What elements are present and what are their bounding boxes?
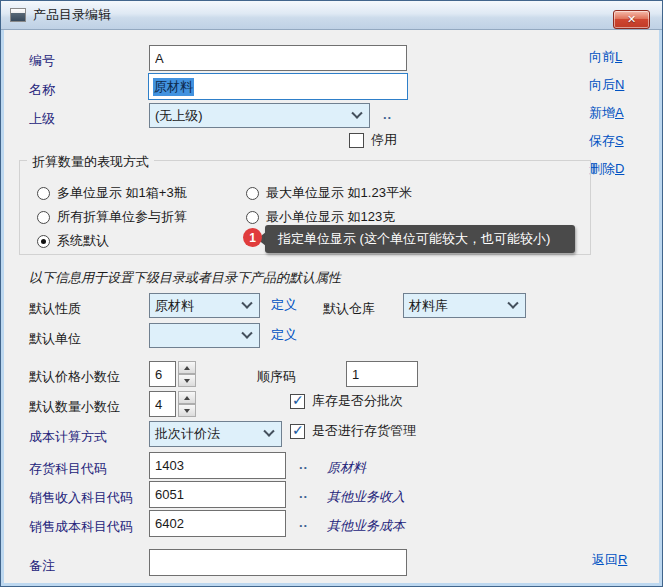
warehouse-select[interactable]: 材料库	[403, 293, 526, 318]
radio-label: 多单位显示 如1箱+3瓶	[57, 184, 187, 202]
name-input[interactable]: 原材料	[148, 73, 408, 100]
radio-circle[interactable]	[246, 211, 259, 224]
batch-checkbox-row[interactable]: 库存是否分批次	[290, 392, 403, 410]
conversion-group-title: 折算数量的表现方式	[27, 153, 154, 171]
chevron-down-icon	[263, 426, 274, 437]
cost-method-label: 成本计算方式	[29, 428, 107, 446]
qty-decimals-input[interactable]	[149, 391, 176, 417]
sequence-label: 顺序码	[257, 368, 296, 386]
unit-define-link[interactable]: 定义	[271, 326, 297, 344]
radio-circle[interactable]	[37, 187, 50, 200]
nature-define-link[interactable]: 定义	[271, 296, 297, 314]
radio-all-units-convert[interactable]: 所有折算单位参与折算	[37, 208, 187, 226]
sales-cost-account-label: 销售成本科目代码	[29, 518, 133, 536]
nav-forward-link[interactable]: 向前L	[589, 48, 622, 66]
inventory-mgmt-checkbox-row[interactable]: 是否进行存货管理	[290, 422, 416, 440]
inventory-account-browse-button[interactable]: ..	[299, 457, 308, 472]
sales-revenue-account-browse-button[interactable]: ..	[299, 486, 308, 501]
parent-label: 上级	[29, 110, 55, 128]
name-selected-text: 原材料	[153, 78, 194, 96]
nav-save-link[interactable]: 保存S	[589, 132, 624, 150]
inventory-account-label: 存货科目代码	[29, 460, 107, 478]
radio-label: 系统默认	[57, 232, 109, 250]
unit-select[interactable]	[149, 323, 260, 348]
spin-up-icon[interactable]	[178, 361, 196, 374]
price-decimals-stepper	[178, 361, 196, 387]
radio-label: 最小单位显示 如123克	[266, 208, 395, 226]
sales-cost-account-browse-button[interactable]: ..	[299, 515, 308, 530]
sales-cost-account-input[interactable]	[149, 510, 286, 537]
return-key: R	[618, 552, 627, 567]
inventory-mgmt-checkbox[interactable]	[290, 424, 305, 439]
nav-save-text: 保存	[589, 133, 615, 148]
parent-select[interactable]: (无上级)	[149, 103, 370, 128]
nav-delete-key: D	[615, 161, 624, 176]
nav-save-key: S	[615, 133, 624, 148]
unit-label: 默认单位	[29, 330, 81, 348]
nature-select[interactable]: 原材料	[149, 293, 260, 318]
spin-up-icon[interactable]	[178, 391, 196, 404]
dialog-window: 产品目录编辑 ✕ 向前L 向后N 新增A 保存S 删除D 编号 名称 原材料 上…	[0, 0, 663, 587]
annotation-badge: 1	[243, 228, 262, 247]
parent-browse-button[interactable]: ..	[383, 107, 392, 122]
remarks-input[interactable]	[149, 549, 407, 576]
sales-revenue-account-input[interactable]	[149, 481, 286, 508]
parent-select-value: (无上级)	[155, 107, 203, 125]
nature-select-value: 原材料	[155, 297, 194, 315]
app-window-icon	[10, 8, 26, 22]
nav-add-text: 新增	[589, 105, 615, 120]
name-label: 名称	[29, 81, 55, 99]
chevron-down-icon	[351, 107, 362, 118]
chevron-down-icon	[241, 327, 252, 338]
inventory-mgmt-label: 是否进行存货管理	[312, 422, 416, 440]
nav-delete-link[interactable]: 删除D	[589, 160, 624, 178]
radio-system-default[interactable]: 系统默认	[37, 232, 109, 250]
radio-max-unit-display[interactable]: 最大单位显示 如1.23平米	[246, 184, 412, 202]
price-decimals-label: 默认价格小数位	[29, 368, 120, 386]
nature-label: 默认性质	[29, 300, 81, 318]
sales-revenue-account-label: 销售收入科目代码	[29, 489, 133, 507]
dialog-title: 产品目录编辑	[33, 6, 111, 24]
code-label: 编号	[29, 52, 55, 70]
nav-back-text: 向后	[589, 77, 615, 92]
radio-multi-unit-display[interactable]: 多单位显示 如1箱+3瓶	[37, 184, 187, 202]
close-icon[interactable]: ✕	[613, 10, 650, 29]
sales-cost-account-hint: 其他业务成本	[327, 517, 405, 535]
nav-back-link[interactable]: 向后N	[589, 76, 624, 94]
nav-forward-key: L	[615, 49, 622, 64]
title-bar: 产品目录编辑	[1, 1, 662, 30]
cost-method-select[interactable]: 批次计价法	[149, 421, 282, 447]
qty-decimals-label: 默认数量小数位	[29, 398, 120, 416]
code-input[interactable]	[149, 45, 407, 71]
spin-down-icon[interactable]	[178, 404, 196, 417]
cost-method-value: 批次计价法	[155, 425, 220, 443]
remarks-label: 备注	[29, 557, 55, 575]
spin-down-icon[interactable]	[178, 374, 196, 387]
tooltip: 指定单位显示 (这个单位可能较大，也可能较小)	[265, 225, 575, 253]
sales-revenue-account-hint: 其他业务收入	[327, 488, 405, 506]
radio-min-unit-display[interactable]: 最小单位显示 如123克	[246, 208, 395, 226]
nav-add-link[interactable]: 新增A	[589, 104, 624, 122]
nav-forward-text: 向前	[589, 49, 615, 64]
radio-label: 最大单位显示 如1.23平米	[266, 184, 412, 202]
chevron-down-icon	[241, 297, 252, 308]
batch-label: 库存是否分批次	[312, 392, 403, 410]
qty-decimals-stepper	[178, 391, 196, 417]
radio-label: 所有折算单位参与折算	[57, 208, 187, 226]
disable-checkbox-row[interactable]: 停用	[349, 131, 397, 149]
radio-circle[interactable]	[246, 187, 259, 200]
batch-checkbox[interactable]	[290, 394, 305, 409]
price-decimals-input[interactable]	[149, 361, 176, 387]
radio-circle[interactable]	[37, 211, 50, 224]
inventory-account-input[interactable]	[149, 452, 286, 479]
nav-back-key: N	[615, 77, 624, 92]
warehouse-label: 默认仓库	[323, 300, 375, 318]
sequence-input[interactable]	[346, 361, 418, 387]
return-text: 返回	[592, 552, 618, 567]
disable-checkbox[interactable]	[349, 133, 364, 148]
disable-label: 停用	[371, 131, 397, 149]
inventory-account-hint: 原材料	[327, 459, 366, 477]
radio-circle[interactable]	[37, 235, 50, 248]
defaults-note: 以下信息用于设置下级目录或者目录下产品的默认属性	[29, 269, 341, 287]
return-link[interactable]: 返回R	[592, 551, 627, 569]
